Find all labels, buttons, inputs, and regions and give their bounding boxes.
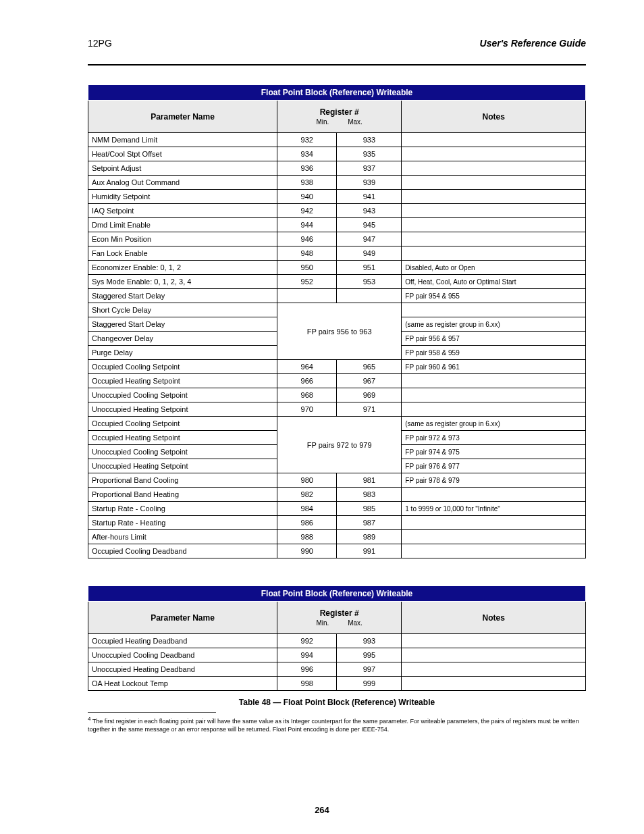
cell-notes: FP pair 954 & 955	[402, 289, 586, 303]
cell-min: 980	[277, 473, 337, 488]
table-row: After-hours Limit988989	[88, 530, 586, 544]
cell-name: Staggered Start Delay	[88, 317, 277, 332]
table-row: Proportional Band Cooling980981FP pair 9…	[88, 473, 586, 488]
cell-min: 992	[277, 634, 337, 648]
cell-max: 943	[337, 204, 402, 218]
footnote-block: 4 The first register in each floating po…	[88, 712, 586, 733]
cell-name: Economizer Enable: 0, 1, 2	[88, 261, 277, 275]
cell-name: Proportional Band Heating	[88, 488, 277, 502]
cell-register-merged: FP pairs 956 to 963	[277, 303, 402, 360]
table-b-head-row: Parameter Name Register # Min. Max. Note…	[88, 602, 586, 634]
table-row: Heat/Cool Stpt Offset934935	[88, 147, 586, 161]
col-notes-b: Notes	[402, 602, 586, 634]
table-row: Econ Min Position946947	[88, 232, 586, 246]
cell-notes	[402, 147, 586, 161]
cell-min: 950	[277, 261, 337, 275]
cell-name: Changeover Delay	[88, 332, 277, 346]
table-row: Staggered Start DelayFP pair 954 & 955	[88, 289, 586, 303]
cell-min: 982	[277, 488, 337, 502]
cell-notes	[402, 133, 586, 147]
cell-min: 934	[277, 147, 337, 161]
cell-notes: FP pair 978 & 979	[402, 473, 586, 488]
cell-max: 953	[337, 275, 402, 289]
cell-min: 940	[277, 190, 337, 204]
cell-min: 984	[277, 502, 337, 516]
table-a-title: Float Point Block (Reference) Writeable	[88, 85, 586, 101]
table-b-title-row: Float Point Block (Reference) Writeable	[88, 586, 586, 602]
cell-max: 999	[337, 677, 402, 691]
cell-min: 970	[277, 402, 337, 417]
cell-name: Unoccupied Heating Setpoint	[88, 402, 277, 417]
col-max-sub: Max.	[348, 118, 363, 126]
cell-name: Occupied Heating Setpoint	[88, 374, 277, 388]
cell-min: 998	[277, 677, 337, 691]
cell-name: Sys Mode Enable: 0, 1, 2, 3, 4	[88, 275, 277, 289]
col-min-sub-b: Min.	[316, 619, 329, 627]
table-row: Dmd Limit Enable944945	[88, 218, 586, 232]
table-row: Startup Rate - Cooling9849851 to 9999 or…	[88, 502, 586, 516]
table-row: NMM Demand Limit932933	[88, 133, 586, 147]
cell-min: 968	[277, 388, 337, 402]
table-row: Setpoint Adjust936937	[88, 161, 586, 176]
cell-notes	[402, 648, 586, 662]
cell-name: Fan Lock Enable	[88, 246, 277, 261]
cell-notes	[402, 530, 586, 544]
cell-min: 966	[277, 374, 337, 388]
cell-name: Occupied Cooling Setpoint	[88, 360, 277, 374]
cell-notes: FP pair 960 & 961	[402, 360, 586, 374]
cell-min: 994	[277, 648, 337, 662]
cell-name: After-hours Limit	[88, 530, 277, 544]
table-row: Humidity Setpoint940941	[88, 190, 586, 204]
table-row: Proportional Band Heating982983	[88, 488, 586, 502]
cell-max: 995	[337, 648, 402, 662]
cell-name: Proportional Band Cooling	[88, 473, 277, 488]
cell-min	[277, 289, 337, 303]
footnote-marker: 4	[88, 716, 90, 722]
cell-max: 937	[337, 161, 402, 176]
cell-min: 986	[277, 516, 337, 530]
cell-max: 939	[337, 176, 402, 190]
cell-notes: 1 to 9999 or 10,000 for "Infinite"	[402, 502, 586, 516]
col-min-sub: Min.	[316, 118, 329, 126]
cell-notes	[402, 544, 586, 558]
cell-min: 932	[277, 133, 337, 147]
cell-name: Econ Min Position	[88, 232, 277, 246]
header-right-text: User's Reference Guide	[480, 38, 586, 49]
cell-max: 949	[337, 246, 402, 261]
col-name-b: Parameter Name	[88, 602, 277, 634]
cell-min: 938	[277, 176, 337, 190]
cell-min: 936	[277, 161, 337, 176]
header-left-text: 12PG	[88, 38, 112, 49]
cell-min: 964	[277, 360, 337, 374]
cell-notes	[402, 677, 586, 691]
cell-name: Heat/Cool Stpt Offset	[88, 147, 277, 161]
cell-min: 948	[277, 246, 337, 261]
table-row: Occupied Heating Deadband992993	[88, 634, 586, 648]
cell-notes	[402, 176, 586, 190]
cell-notes: FP pair 976 & 977	[402, 459, 586, 473]
cell-max: 983	[337, 488, 402, 502]
cell-name: Occupied Cooling Deadband	[88, 544, 277, 558]
cell-max: 969	[337, 388, 402, 402]
cell-min: 990	[277, 544, 337, 558]
cell-name: Dmd Limit Enable	[88, 218, 277, 232]
cell-name: Occupied Heating Deadband	[88, 634, 277, 648]
cell-name: Short Cycle Delay	[88, 303, 277, 317]
cell-name: Occupied Cooling Setpoint	[88, 417, 277, 431]
cell-notes	[402, 388, 586, 402]
page-number: 264	[0, 805, 644, 815]
cell-max: 997	[337, 662, 402, 677]
table-row: Unoccupied Cooling Setpoint968969	[88, 388, 586, 402]
footnote-text: The first register in each floating poin…	[88, 718, 579, 733]
cell-min: 952	[277, 275, 337, 289]
cell-notes: FP pair 974 & 975	[402, 445, 586, 459]
cell-max: 981	[337, 473, 402, 488]
cell-notes	[402, 488, 586, 502]
cell-name: Unoccupied Cooling Setpoint	[88, 388, 277, 402]
table-row: Unoccupied Heating Deadband996997	[88, 662, 586, 677]
table-row: Startup Rate - Heating986987	[88, 516, 586, 530]
cell-max: 941	[337, 190, 402, 204]
col-register-label-b: Register #	[320, 608, 359, 618]
cell-min: 942	[277, 204, 337, 218]
table-row: IAQ Setpoint942943	[88, 204, 586, 218]
